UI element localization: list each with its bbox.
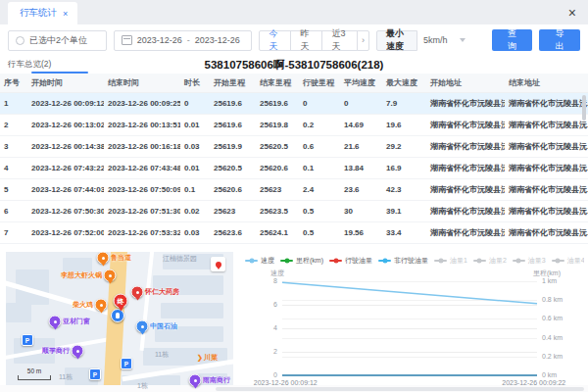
table-cell: 湖南省怀化市沅陵县沅...: [426, 115, 505, 136]
table-cell: 25619.8: [256, 115, 299, 136]
series-line: [282, 282, 537, 304]
map-building: [161, 303, 223, 318]
legend-item[interactable]: 速度: [245, 256, 274, 266]
column-header: 结束时间: [104, 74, 180, 93]
arrow-icon: ❯: [197, 354, 203, 362]
legend-item[interactable]: 非行驶油量: [378, 256, 428, 266]
right-axis-tick: 0 km: [542, 371, 557, 378]
table-row[interactable]: 22023-12-26 00:13:022023-12-26 00:13:510…: [0, 115, 588, 136]
map-text-label: 1栋: [137, 381, 148, 391]
legend-item[interactable]: 油量3: [513, 256, 546, 266]
chart-legend: 速度里程(km)行驶油量非行驶油量油量1油量2油量3油量4: [245, 256, 584, 266]
legend-label: 油量4: [567, 256, 584, 266]
chart-plot[interactable]: 024680 km0.2 km0.4 km0.6 km0.8 km1 km202…: [282, 281, 537, 375]
table-cell: 湖南省怀化市沅陵县沅...: [505, 201, 588, 222]
table-cell: 7: [0, 222, 27, 244]
legend-item[interactable]: 油量2: [473, 256, 507, 266]
table-cell: 23.6: [340, 179, 382, 201]
legend-label: 油量2: [489, 256, 507, 266]
table-row[interactable]: 52023-12-26 07:44:032023-12-26 07:50:090…: [0, 179, 588, 201]
legend-item[interactable]: 油量1: [434, 256, 467, 266]
legend-item[interactable]: 行驶油量: [329, 256, 372, 266]
map-poi-marker[interactable]: [97, 252, 110, 265]
table-cell: 19.56: [340, 222, 382, 244]
map-poi-marker[interactable]: [104, 270, 117, 282]
map-poi-marker[interactable]: [136, 320, 149, 333]
table-cell: 0.2: [299, 115, 340, 136]
date-range-picker[interactable]: 2023-12-26 - 2023-12-26: [114, 30, 253, 51]
column-header: 结束地址: [505, 74, 588, 93]
legend-marker-icon: [280, 260, 293, 262]
table-row[interactable]: 32023-12-26 00:14:382023-12-26 00:16:180…: [0, 136, 588, 158]
trip-end-marker[interactable]: 终: [114, 294, 128, 309]
table-cell: 19.6: [382, 115, 426, 136]
map-scale: 50 m: [18, 368, 51, 380]
map-locate-control[interactable]: [211, 257, 225, 271]
map-poi-marker[interactable]: [95, 299, 108, 312]
map-poi-marker[interactable]: [131, 286, 144, 299]
today-button[interactable]: 今天: [259, 30, 291, 51]
table-cell: 2023-12-26 07:50:09: [104, 179, 180, 201]
pin-icon: [216, 262, 221, 268]
table-row[interactable]: 72023-12-26 07:52:002023-12-26 07:53:320…: [0, 222, 588, 244]
legend-item[interactable]: 油量4: [552, 256, 584, 266]
column-header: 行驶里程: [299, 74, 340, 93]
legend-marker-icon: [329, 260, 342, 262]
export-button[interactable]: 导出: [539, 29, 580, 51]
chart-panel: 速度里程(km)行驶油量非行驶油量油量1油量2油量3油量4 速度 里程(km) …: [241, 252, 584, 392]
table-cell: 湖南省怀化市沅陵县沅...: [426, 201, 505, 222]
legend-marker-icon: [513, 260, 525, 262]
map-poi-marker[interactable]: [49, 316, 62, 328]
map-text-label: 11栋: [155, 350, 169, 360]
map-poi-marker[interactable]: [189, 374, 202, 387]
parking-marker[interactable]: P: [22, 334, 33, 346]
column-header: 平均速度: [340, 74, 382, 93]
table-cell: 2.4: [299, 179, 340, 201]
min-speed-select[interactable]: 5km/h: [417, 30, 471, 51]
map-poi-marker[interactable]: ❯川菜: [197, 353, 218, 363]
close-tab-icon[interactable]: ×: [63, 9, 68, 19]
table-cell: 0.01: [180, 115, 210, 136]
right-axis-tick: 1 km: [542, 277, 557, 284]
last3days-button[interactable]: 近3天: [321, 30, 358, 51]
table-cell: 25620.6: [210, 179, 256, 201]
map-poi-label: 怀仁大药房: [145, 287, 179, 297]
table-header-row: 序号开始时间结束时间时长开始里程结束里程行驶里程平均速度最大速度开始地址结束地址: [0, 74, 588, 93]
table-cell: 4: [0, 158, 27, 179]
table-row[interactable]: 62023-12-26 07:50:302023-12-26 07:51:300…: [0, 201, 588, 222]
tab-overview[interactable]: 行车总览(2): [8, 59, 51, 71]
map-poi-label: 中国石油: [150, 321, 177, 331]
map[interactable]: 50 m 鲁当道李想大虾火锅江楠德景园怀仁大药房柴火鸡终亚材门窗中国石油P顺季商…: [6, 252, 233, 392]
table-cell: 25619.9: [210, 136, 256, 158]
table-cell: 0.1: [180, 179, 210, 201]
more-ranges-arrow-icon[interactable]: ›: [357, 30, 369, 51]
subheader: 行车总览(2) 53810758606啊-53810758606(218): [0, 56, 588, 74]
unit-icon: [16, 36, 24, 45]
horizontal-scrollbar-thumb[interactable]: [216, 387, 584, 391]
table-cell: 30: [340, 201, 382, 222]
table-scrollbar[interactable]: [582, 95, 586, 121]
close-panel-icon[interactable]: ×: [568, 6, 576, 20]
map-text-label: 江楠德景园: [163, 254, 197, 264]
table-cell: 25623: [210, 201, 256, 222]
map-poi-marker[interactable]: [72, 345, 84, 358]
unit-select-value: 已选中2个单位: [29, 34, 87, 47]
table-cell: 2023-12-26 00:09:25: [104, 93, 180, 115]
vehicle-title: 53810758606啊-53810758606(218): [0, 58, 588, 73]
map-text-label: 11栋: [59, 372, 73, 382]
column-header: 序号: [0, 74, 27, 93]
query-button[interactable]: 查询: [492, 29, 533, 51]
table-cell: 2023-12-26 00:13:51: [104, 115, 180, 136]
table-row[interactable]: 42023-12-26 07:43:222023-12-26 07:43:480…: [0, 158, 588, 179]
yesterday-button[interactable]: 昨天: [290, 30, 322, 51]
legend-item[interactable]: 里程(km): [280, 256, 323, 266]
tab-driving-stats[interactable]: 行车统计 ×: [8, 2, 77, 24]
table-cell: 2023-12-26 07:43:48: [104, 158, 180, 179]
parking-marker[interactable]: P: [121, 358, 132, 369]
parking-marker[interactable]: P: [89, 368, 101, 380]
unit-select[interactable]: 已选中2个单位: [8, 30, 107, 51]
table-cell: 29.2: [382, 136, 426, 158]
date-start: 2023-12-26: [137, 35, 182, 45]
table-row[interactable]: 12023-12-26 00:09:122023-12-26 00:09:250…: [0, 93, 588, 115]
table-cell: 2023-12-26 00:16:18: [104, 136, 180, 158]
